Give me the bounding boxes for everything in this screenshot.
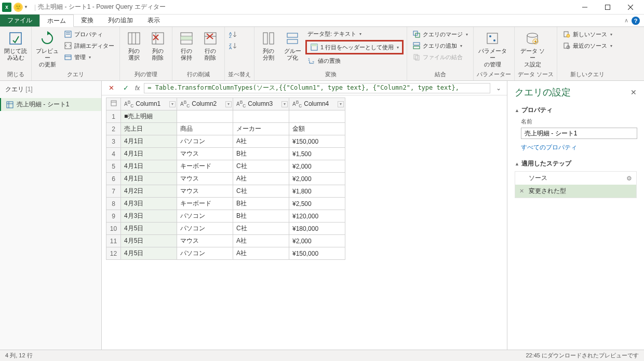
formula-cancel-icon[interactable]: ✕ — [106, 84, 116, 92]
advanced-editor-button[interactable]: 詳細エディター — [62, 40, 116, 51]
smiley-icon[interactable]: 🙂 — [14, 3, 23, 12]
row-number[interactable]: 11 — [106, 235, 121, 247]
datatype-button[interactable]: データ型: テキスト▾ — [305, 29, 404, 39]
maximize-button[interactable] — [596, 0, 619, 15]
groupby-button[interactable]: グループ化 — [281, 29, 303, 62]
column-header[interactable]: ABCColumn2▾ — [177, 98, 233, 110]
query-list-item[interactable]: 売上明細 - シート1 — [0, 98, 101, 111]
table-row[interactable]: 84月3日キーボードB社¥2,500 — [106, 198, 345, 210]
tab-file[interactable]: ファイル — [0, 15, 39, 26]
cell[interactable]: ■売上明細 — [121, 110, 177, 123]
append-queries-button[interactable]: クエリの追加▾ — [410, 40, 470, 51]
row-number[interactable]: 7 — [106, 185, 121, 198]
cell[interactable]: パソコン — [177, 223, 233, 235]
cell[interactable]: 商品 — [177, 123, 233, 135]
table-row[interactable]: 2売上日商品メーカー金額 — [106, 123, 345, 135]
cell[interactable]: ¥2,500 — [289, 198, 345, 210]
merge-queries-button[interactable]: クエリのマージ▾ — [410, 29, 470, 39]
table-row[interactable]: 94月3日パソコンB社¥120,000 — [106, 210, 345, 223]
cell[interactable]: パソコン — [177, 210, 233, 223]
cell[interactable]: マウス — [177, 148, 233, 160]
table-row[interactable]: 34月1日パソコンA社¥150,000 — [106, 135, 345, 148]
row-number[interactable]: 9 — [106, 210, 121, 223]
new-source-button[interactable]: 新しいソース▾ — [560, 29, 614, 39]
cell[interactable]: ¥2,000 — [289, 235, 345, 247]
cell[interactable]: マウス — [177, 173, 233, 185]
remove-rows-button[interactable]: 行の削除 — [199, 29, 221, 62]
cell[interactable]: 売上日 — [121, 123, 177, 135]
applied-step-changed-type[interactable]: ✕変更された型 — [515, 185, 636, 198]
cell[interactable]: 4月3日 — [121, 210, 177, 223]
corner-cell[interactable] — [106, 98, 121, 110]
table-row[interactable]: 124月5日パソコンA社¥150,000 — [106, 247, 345, 260]
datasource-settings-button[interactable]: データ ソース設定 — [518, 29, 547, 70]
qat-dropdown[interactable]: ▼ — [24, 5, 29, 9]
gear-icon[interactable]: ⚙ — [626, 175, 632, 182]
row-number[interactable]: 5 — [106, 160, 121, 173]
data-grid[interactable]: ABCColumn1▾ ABCColumn2▾ ABCColumn3▾ ABCC… — [106, 98, 345, 260]
column-header[interactable]: ABCColumn3▾ — [233, 98, 289, 110]
formula-input[interactable] — [144, 83, 490, 93]
cell[interactable]: キーボード — [177, 198, 233, 210]
tab-transform[interactable]: 変換 — [74, 15, 101, 26]
replace-values-button[interactable]: 12値の置換 — [305, 55, 404, 66]
row-number[interactable]: 1 — [106, 110, 121, 123]
table-row[interactable]: 54月1日キーボードC社¥2,000 — [106, 160, 345, 173]
applied-step-source[interactable]: ソース ⚙ — [515, 172, 636, 185]
close-settings-icon[interactable]: ✕ — [630, 88, 637, 96]
cell[interactable]: メーカー — [233, 123, 289, 135]
cell[interactable]: A社 — [233, 247, 289, 260]
row-number[interactable]: 4 — [106, 148, 121, 160]
cell[interactable] — [233, 110, 289, 123]
row-number[interactable]: 2 — [106, 123, 121, 135]
cell[interactable]: ¥1,800 — [289, 185, 345, 198]
cell[interactable]: パソコン — [177, 247, 233, 260]
table-row[interactable]: 104月5日パソコンC社¥180,000 — [106, 223, 345, 235]
row-number[interactable]: 3 — [106, 135, 121, 148]
sort-asc-button[interactable]: AZ — [228, 29, 238, 39]
cell[interactable]: C社 — [233, 185, 289, 198]
column-header[interactable]: ABCColumn4▾ — [289, 98, 345, 110]
cell[interactable]: B社 — [233, 148, 289, 160]
cell[interactable]: ¥150,000 — [289, 135, 345, 148]
close-and-load-button[interactable]: 閉じて読み込む — [3, 29, 28, 62]
table-row[interactable]: 74月2日マウスC社¥1,800 — [106, 185, 345, 198]
table-row[interactable]: 1■売上明細 — [106, 110, 345, 123]
first-row-header-button[interactable]: 1 行目をヘッダーとして使用▾ — [308, 42, 401, 52]
parameters-button[interactable]: パラメーターの管理 — [477, 29, 508, 70]
cell[interactable]: パソコン — [177, 135, 233, 148]
keep-rows-button[interactable]: 行の保持 — [176, 29, 197, 62]
delete-step-icon[interactable]: ✕ — [519, 188, 526, 195]
row-number[interactable]: 6 — [106, 173, 121, 185]
properties-section-header[interactable]: ▲プロパティ — [515, 106, 637, 115]
cell[interactable] — [289, 110, 345, 123]
cell[interactable]: B社 — [233, 210, 289, 223]
row-number[interactable]: 12 — [106, 247, 121, 260]
cell[interactable]: ¥150,000 — [289, 247, 345, 260]
tab-add-column[interactable]: 列の追加 — [101, 15, 140, 26]
query-name-input[interactable] — [521, 128, 637, 139]
cell[interactable]: ¥2,000 — [289, 160, 345, 173]
cell[interactable]: A社 — [233, 135, 289, 148]
cell[interactable]: A社 — [233, 235, 289, 247]
steps-section-header[interactable]: ▲適用したステップ — [515, 159, 637, 168]
cell[interactable]: ¥1,500 — [289, 148, 345, 160]
collapse-ribbon-icon[interactable]: ∧ — [624, 17, 628, 24]
cell[interactable]: ¥2,000 — [289, 173, 345, 185]
formula-expand-icon[interactable]: ⌄ — [494, 85, 503, 92]
cell[interactable]: 金額 — [289, 123, 345, 135]
cell[interactable]: ¥120,000 — [289, 210, 345, 223]
cell[interactable]: C社 — [233, 160, 289, 173]
remove-columns-button[interactable]: 列の削除 — [147, 29, 169, 62]
recent-source-button[interactable]: 最近のソース▾ — [560, 40, 614, 51]
refresh-preview-button[interactable]: プレビューの更新 — [35, 29, 60, 70]
split-column-button[interactable]: 列の分割 — [258, 29, 279, 62]
cell[interactable]: 4月1日 — [121, 135, 177, 148]
choose-columns-button[interactable]: 列の選択 — [123, 29, 145, 62]
cell[interactable]: 4月5日 — [121, 247, 177, 260]
cell[interactable]: 4月2日 — [121, 185, 177, 198]
tab-view[interactable]: 表示 — [140, 15, 167, 26]
cell[interactable]: キーボード — [177, 160, 233, 173]
cell[interactable]: 4月1日 — [121, 173, 177, 185]
row-number[interactable]: 8 — [106, 198, 121, 210]
